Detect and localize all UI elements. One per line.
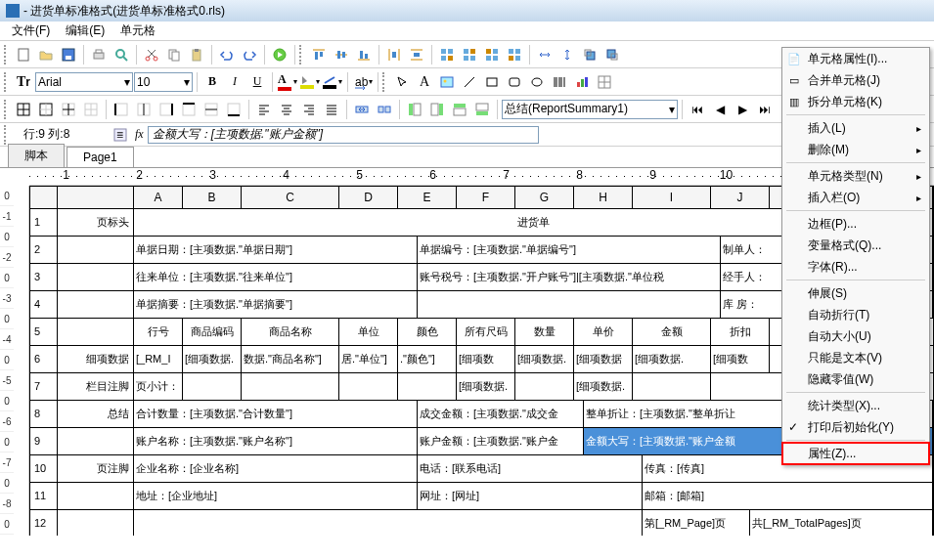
insert-col-r-button[interactable]	[426, 99, 448, 120]
border-none-button[interactable]	[80, 99, 102, 120]
move-last-button[interactable]: ⏭	[754, 99, 776, 120]
undo-button[interactable]	[216, 44, 238, 65]
underline-button[interactable]: U	[246, 71, 268, 93]
dist-v-icon[interactable]	[406, 44, 427, 65]
bring-front-icon[interactable]	[579, 44, 600, 65]
insert-col-l-button[interactable]	[404, 99, 425, 120]
menu-cell[interactable]: 单元格	[112, 21, 163, 41]
ctx-font[interactable]: 字体(R)...	[782, 256, 929, 278]
ctx-cell-prop[interactable]: 📄单元格属性(I)...	[782, 48, 929, 69]
align-right-button[interactable]	[298, 99, 320, 120]
barcode-tool-button[interactable]	[549, 71, 570, 93]
open-button[interactable]	[35, 44, 57, 65]
rect-tool-button[interactable]	[481, 71, 503, 93]
align-mid-v-icon[interactable]	[331, 44, 352, 65]
move-next-button[interactable]: ▶	[732, 99, 753, 120]
run-button[interactable]	[269, 44, 290, 65]
align-bottom-icon[interactable]	[353, 44, 375, 65]
align-justify-button[interactable]	[321, 99, 342, 120]
align-center-button[interactable]	[276, 99, 297, 120]
ctx-printinit[interactable]: ✓打印后初始化(Y)	[782, 416, 929, 438]
ctx-textonly[interactable]: 只能是文本(V)	[782, 347, 929, 368]
svg-text:ab: ab	[355, 75, 369, 89]
fx-wizard-button[interactable]: ≡	[110, 124, 131, 146]
redo-button[interactable]	[239, 44, 260, 65]
ctx-properties[interactable]: 属性(Z)...	[782, 443, 929, 464]
new-button[interactable]	[13, 44, 34, 65]
svg-rect-112	[439, 104, 443, 115]
save-button[interactable]	[58, 44, 79, 65]
ctx-delete[interactable]: 删除(M)▸	[782, 139, 929, 160]
move-first-button[interactable]: ⏮	[687, 99, 708, 120]
insert-row-t-button[interactable]	[449, 99, 470, 120]
tile-2-icon[interactable]	[459, 44, 480, 65]
grid-tool-button[interactable]	[594, 71, 615, 93]
cut-button[interactable]	[141, 44, 162, 65]
summary-select[interactable]: 总结(ReportSummary1)▾	[502, 100, 678, 119]
border-right-button[interactable]	[156, 99, 177, 120]
ctx-insert[interactable]: 插入(L)▸	[782, 117, 929, 139]
roundrect-tool-button[interactable]	[504, 71, 525, 93]
bold-button[interactable]: B	[201, 71, 223, 93]
tile-4-icon[interactable]	[504, 44, 525, 65]
ctx-border[interactable]: 边框(P)...	[782, 213, 929, 235]
menu-file[interactable]: 文件(F)	[4, 21, 58, 41]
paste-button[interactable]	[186, 44, 207, 65]
align-top-icon[interactable]	[308, 44, 330, 65]
fill-color-button[interactable]: ▾	[299, 71, 321, 93]
tab-page1[interactable]: Page1	[67, 147, 134, 167]
fit-height-icon[interactable]	[556, 44, 578, 65]
insert-row-b-button[interactable]	[471, 99, 493, 120]
line-color-button[interactable]: ▾	[322, 71, 343, 93]
tile-3-icon[interactable]	[481, 44, 503, 65]
font-dialog-button[interactable]: Tr	[13, 71, 34, 93]
border-bottom-button[interactable]	[223, 99, 245, 120]
formula-input[interactable]: 金额大写：[主项数据."账户金额"]	[148, 126, 539, 144]
chart-tool-button[interactable]	[571, 71, 593, 93]
move-prev-button[interactable]: ◀	[709, 99, 731, 120]
ctx-autowrap[interactable]: 自动折行(T)	[782, 304, 929, 325]
border-inner-button[interactable]	[58, 99, 79, 120]
send-back-icon[interactable]	[601, 44, 623, 65]
italic-button[interactable]: I	[224, 71, 245, 93]
align-left-button[interactable]	[253, 99, 275, 120]
svg-rect-3	[94, 53, 104, 59]
image-tool-button[interactable]	[436, 71, 458, 93]
split-button[interactable]	[374, 99, 395, 120]
ctx-split[interactable]: ▥拆分单元格(K)	[782, 91, 929, 112]
fit-width-icon[interactable]	[534, 44, 556, 65]
font-name-select[interactable]: Arial▾	[35, 72, 133, 92]
border-left-button[interactable]	[111, 99, 132, 120]
tile-1-icon[interactable]	[436, 44, 458, 65]
ruler-vertical-labels: 0-10-20-30-40-50-60-70-80	[0, 186, 14, 535]
ellipse-tool-button[interactable]	[526, 71, 548, 93]
tab-script[interactable]: 脚本	[8, 144, 65, 167]
border-outer-button[interactable]	[35, 99, 57, 120]
ctx-cell-type[interactable]: 单元格类型(N)▸	[782, 165, 929, 187]
ptr-button[interactable]	[391, 71, 413, 93]
border-top-button[interactable]	[178, 99, 200, 120]
ctx-merge[interactable]: ▭合并单元格(J)	[782, 69, 929, 91]
svg-rect-79	[115, 104, 127, 115]
merge-button[interactable]	[351, 99, 373, 120]
border-all-button[interactable]	[13, 99, 34, 120]
print-button[interactable]	[88, 44, 110, 65]
copy-button[interactable]	[163, 44, 185, 65]
font-size-select[interactable]: 10▾	[134, 72, 193, 92]
ctx-change-fmt[interactable]: 变量格式(Q)...	[782, 235, 929, 256]
dist-h-icon[interactable]	[383, 44, 405, 65]
text-direction-button[interactable]: ab▾	[352, 71, 374, 93]
line-tool-button[interactable]	[459, 71, 480, 93]
font-color-button[interactable]: A▾	[277, 71, 298, 93]
menu-edit[interactable]: 编辑(E)	[58, 21, 112, 41]
ctx-insert-col[interactable]: 插入栏(O)▸	[782, 187, 929, 208]
ctx-stattype[interactable]: 统计类型(X)...	[782, 395, 929, 416]
svg-rect-33	[464, 49, 468, 54]
preview-button[interactable]	[111, 44, 132, 65]
ctx-hidezero[interactable]: 隐藏零值(W)	[782, 368, 929, 390]
border-vmid-button[interactable]	[133, 99, 155, 120]
ctx-extend[interactable]: 伸展(S)	[782, 282, 929, 304]
border-hmid-button[interactable]	[200, 99, 222, 120]
ctx-autosize[interactable]: 自动大小(U)	[782, 325, 929, 347]
text-tool-button[interactable]: A	[414, 71, 435, 93]
